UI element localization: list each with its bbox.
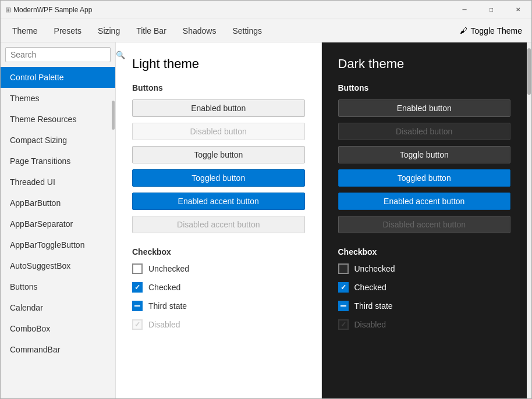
sidebar-item-combobox[interactable]: ComboBox xyxy=(1,318,115,339)
light-disabled-label: Disabled xyxy=(148,320,180,329)
light-checkbox-unchecked[interactable] xyxy=(132,263,143,274)
light-checkbox-unchecked-row: Unchecked xyxy=(132,263,305,274)
third-state-icon xyxy=(134,305,140,307)
light-checkbox-checked-row: ✓ Checked xyxy=(132,282,305,293)
toggle-theme-icon: 🖌 xyxy=(460,26,467,35)
dark-theme-title: Dark theme xyxy=(338,56,511,72)
disabled-check-icon: ✓ xyxy=(134,321,140,328)
sidebar-item-calendar[interactable]: Calendar xyxy=(1,297,115,318)
dark-third-state-icon xyxy=(341,305,346,307)
dark-checkbox-checked-row: ✓ Checked xyxy=(338,282,511,293)
dark-enabled-accent-button[interactable]: Enabled accent button xyxy=(338,193,511,210)
content-scrollbar-thumb[interactable] xyxy=(527,48,531,95)
light-disabled-accent-button: Disabled accent button xyxy=(132,216,305,233)
dark-checkbox-third-state-row: Third state xyxy=(338,301,511,311)
dark-buttons-group: Enabled button Disabled button Toggle bu… xyxy=(338,99,511,233)
search-box[interactable]: 🔍 xyxy=(5,47,111,62)
dark-disabled-label: Disabled xyxy=(354,320,386,329)
content-area: Light theme Buttons Enabled button Disab… xyxy=(116,42,531,399)
sidebar-item-control-palette[interactable]: Control Palette xyxy=(1,67,115,88)
light-checkbox-disabled: ✓ xyxy=(132,319,143,330)
sidebar-item-appbartogglebutton[interactable]: AppBarToggleButton xyxy=(1,234,115,255)
menu-shadows[interactable]: Shadows xyxy=(176,24,224,38)
sidebar-item-page-transitions[interactable]: Page Transitions xyxy=(1,151,115,172)
sidebar: 🔍 Control Palette Themes Theme Resources… xyxy=(1,42,116,399)
light-checkbox-checked[interactable]: ✓ xyxy=(132,282,143,293)
light-checkbox-group: Unchecked ✓ Checked Third state xyxy=(132,263,305,330)
light-enabled-accent-button[interactable]: Enabled accent button xyxy=(132,193,305,210)
dark-buttons-section-title: Buttons xyxy=(338,83,511,92)
light-checkbox-section-title: Checkbox xyxy=(132,247,305,256)
sidebar-item-theme-resources[interactable]: Theme Resources xyxy=(1,109,115,130)
dark-checkbox-third-state[interactable] xyxy=(338,301,349,311)
light-checkbox-third-state-row: Third state xyxy=(132,301,305,311)
dark-enabled-button[interactable]: Enabled button xyxy=(338,99,511,117)
app-body: 🔍 Control Palette Themes Theme Resources… xyxy=(1,42,531,399)
title-bar-controls: ─ □ ✕ xyxy=(451,1,531,19)
dark-checkbox-disabled-row: ✓ Disabled xyxy=(338,319,511,330)
sidebar-item-themes[interactable]: Themes xyxy=(1,88,115,109)
toggle-theme-label: Toggle Theme xyxy=(471,26,522,35)
dark-checkbox-disabled: ✓ xyxy=(338,319,349,330)
light-third-state-label: Third state xyxy=(148,301,187,311)
search-input[interactable] xyxy=(10,50,112,59)
content-scrollbar[interactable] xyxy=(527,42,531,399)
maximize-button[interactable]: □ xyxy=(478,1,505,19)
sidebar-item-compact-sizing[interactable]: Compact Sizing xyxy=(1,130,115,151)
menu-titlebar[interactable]: Title Bar xyxy=(129,24,173,38)
light-disabled-button: Disabled button xyxy=(132,123,305,140)
dark-toggled-button[interactable]: Toggled button xyxy=(338,169,511,187)
sidebar-scrollbar-thumb[interactable] xyxy=(112,101,115,130)
dark-disabled-accent-button: Disabled accent button xyxy=(338,216,511,233)
light-checkbox-disabled-row: ✓ Disabled xyxy=(132,319,305,330)
light-checkbox-third-state[interactable] xyxy=(132,301,143,311)
light-buttons-group: Enabled button Disabled button Toggle bu… xyxy=(132,99,305,233)
app-title: ModernWPF Sample App xyxy=(13,6,92,14)
sidebar-item-threaded-ui[interactable]: Threaded UI xyxy=(1,172,115,193)
dark-third-state-label: Third state xyxy=(354,301,393,311)
dark-disabled-button: Disabled button xyxy=(338,123,511,140)
dark-theme-panel: Dark theme Buttons Enabled button Disabl… xyxy=(322,42,527,399)
light-theme-title: Light theme xyxy=(132,56,305,72)
dark-disabled-check-icon: ✓ xyxy=(341,321,346,328)
dark-checked-label: Checked xyxy=(354,283,386,292)
dark-toggle-button[interactable]: Toggle button xyxy=(338,146,511,163)
menu-theme[interactable]: Theme xyxy=(5,24,45,38)
toggle-theme-button[interactable]: 🖌 Toggle Theme xyxy=(455,24,527,38)
menu-bar-items: Theme Presets Sizing Title Bar Shadows S… xyxy=(5,24,269,38)
check-icon: ✓ xyxy=(134,284,140,291)
light-buttons-section-title: Buttons xyxy=(132,83,305,92)
light-unchecked-label: Unchecked xyxy=(148,264,189,273)
sidebar-item-autosuggestbox[interactable]: AutoSuggestBox xyxy=(1,255,115,276)
dark-checkbox-unchecked-row: Unchecked xyxy=(338,263,511,274)
dark-unchecked-label: Unchecked xyxy=(354,264,395,273)
dark-checkbox-unchecked[interactable] xyxy=(338,263,349,274)
sidebar-item-appbarbutton[interactable]: AppBarButton xyxy=(1,193,115,213)
app-icon: ⊞ xyxy=(5,6,11,14)
sidebar-item-buttons[interactable]: Buttons xyxy=(1,276,115,297)
light-theme-panel: Light theme Buttons Enabled button Disab… xyxy=(116,42,322,399)
close-button[interactable]: ✕ xyxy=(505,1,531,19)
light-toggled-button[interactable]: Toggled button xyxy=(132,169,305,187)
sidebar-item-commandbar[interactable]: CommandBar xyxy=(1,339,115,360)
dark-checkbox-checked[interactable]: ✓ xyxy=(338,282,349,293)
light-toggle-button[interactable]: Toggle button xyxy=(132,146,305,163)
title-bar-left: ⊞ ModernWPF Sample App xyxy=(5,6,92,14)
dark-check-icon: ✓ xyxy=(341,284,346,291)
menu-settings[interactable]: Settings xyxy=(225,24,269,38)
menu-presets[interactable]: Presets xyxy=(47,24,88,38)
sidebar-item-appbarseparator[interactable]: AppBarSeparator xyxy=(1,213,115,234)
title-bar: ⊞ ModernWPF Sample App ─ □ ✕ xyxy=(1,1,531,19)
dark-checkbox-section-title: Checkbox xyxy=(338,247,511,256)
menu-sizing[interactable]: Sizing xyxy=(91,24,127,38)
search-icon[interactable]: 🔍 xyxy=(116,51,125,59)
menu-bar: Theme Presets Sizing Title Bar Shadows S… xyxy=(1,19,531,42)
light-checked-label: Checked xyxy=(148,283,180,292)
light-enabled-button[interactable]: Enabled button xyxy=(132,99,305,117)
minimize-button[interactable]: ─ xyxy=(451,1,478,19)
sidebar-list: Control Palette Themes Theme Resources C… xyxy=(1,67,115,399)
dark-checkbox-group: Unchecked ✓ Checked Third state xyxy=(338,263,511,330)
